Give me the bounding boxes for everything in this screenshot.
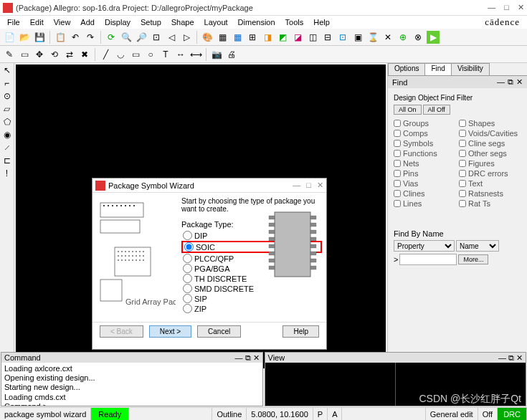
chk-text[interactable] (459, 180, 466, 187)
tool12-icon[interactable]: ⊗ (412, 31, 424, 44)
tool-icon[interactable]: ⊞ (246, 31, 259, 44)
mirror-icon[interactable]: ⇄ (63, 48, 76, 61)
cmd-close-icon[interactable]: ✕ (253, 353, 260, 363)
all-off-button[interactable]: All Off (423, 105, 450, 115)
rotate-icon[interactable]: ⟲ (48, 48, 61, 61)
move-icon[interactable]: ✥ (33, 48, 46, 61)
cmd-pin-icon[interactable]: ⧉ (245, 353, 251, 363)
zoom-next-icon[interactable]: ▷ (180, 31, 193, 44)
new-icon[interactable]: 📄 (3, 31, 16, 44)
tool4-icon[interactable]: ◪ (291, 31, 304, 44)
chk-clinesegs[interactable] (459, 140, 466, 147)
all-on-button[interactable]: All On (394, 105, 422, 115)
help-button[interactable]: Help (283, 325, 319, 338)
menu-help[interactable]: Help (309, 17, 334, 27)
dialog-max-icon[interactable]: □ (306, 181, 311, 190)
tool6-icon[interactable]: ⊟ (321, 31, 334, 44)
menu-shape[interactable]: Shape (167, 17, 199, 27)
chk-groups[interactable] (394, 120, 401, 127)
menu-edit[interactable]: Edit (26, 17, 48, 27)
chk-lines[interactable] (394, 200, 401, 207)
back-button[interactable]: < Back (100, 325, 143, 338)
save-icon[interactable]: 💾 (33, 31, 46, 44)
chk-comps[interactable] (394, 130, 401, 137)
dim-icon[interactable]: ↔ (174, 48, 187, 61)
chk-ratts[interactable] (459, 200, 466, 207)
zoom-out-icon[interactable]: 🔎 (135, 31, 148, 44)
rect-icon[interactable]: ▭ (129, 48, 142, 61)
text-icon[interactable]: T (159, 48, 172, 61)
chk-drcerrors[interactable] (459, 170, 466, 177)
tool8-icon[interactable]: ▣ (351, 31, 364, 44)
edit-icon[interactable]: ✎ (3, 48, 16, 61)
tool5-icon[interactable]: ◫ (306, 31, 319, 44)
chk-clines[interactable] (394, 190, 401, 197)
chk-figures[interactable] (459, 160, 466, 167)
chk-shapes[interactable] (459, 120, 466, 127)
zoom-fit-icon[interactable]: ⊡ (150, 31, 163, 44)
zoom-in-icon[interactable]: 🔍 (120, 31, 133, 44)
chk-nets[interactable] (394, 160, 401, 167)
layer-icon[interactable]: ▦ (216, 31, 229, 44)
radio-sip[interactable]: SIP (181, 294, 322, 303)
radio-zip[interactable]: ZIP (181, 304, 322, 313)
close-icon[interactable]: ✕ (518, 3, 524, 12)
panel-pin-icon[interactable]: ⧉ (508, 77, 513, 87)
view-pin-icon[interactable]: ⧉ (508, 353, 514, 363)
command-output[interactable]: Loading axlcore.cxt Opening existing des… (1, 363, 262, 406)
menu-dimension[interactable]: Dimension (234, 17, 280, 27)
tool10-icon[interactable]: ✕ (381, 31, 394, 44)
wire-icon[interactable]: ⌐ (1, 77, 13, 89)
pick-icon[interactable]: ↖ (1, 65, 13, 76)
undo-icon[interactable]: ↶ (69, 31, 82, 44)
cancel-button[interactable]: Cancel (197, 325, 241, 338)
minimize-icon[interactable]: — (488, 3, 495, 12)
tool13-icon[interactable]: ▶ (427, 31, 440, 44)
select-icon[interactable]: ▭ (18, 48, 31, 61)
tab-options[interactable]: Options (388, 63, 425, 75)
circle-icon[interactable]: ○ (144, 48, 157, 61)
menu-file[interactable]: File (3, 17, 24, 27)
print-icon[interactable]: 🖨 (225, 48, 238, 61)
tool11-icon[interactable]: ⊕ (397, 31, 409, 44)
tool9-icon[interactable]: ⌛ (366, 31, 379, 44)
poly-icon[interactable]: ⬠ (1, 116, 13, 128)
camera-icon[interactable]: 📷 (210, 48, 223, 61)
constraint-icon[interactable]: ⊏ (1, 155, 13, 166)
status-p[interactable]: P (313, 408, 328, 420)
status-a[interactable]: A (328, 408, 342, 420)
chk-functions[interactable] (394, 150, 401, 157)
pin-icon[interactable]: ◉ (1, 129, 13, 140)
chk-voids[interactable] (459, 130, 466, 137)
maximize-icon[interactable]: □ (504, 3, 509, 12)
color-icon[interactable]: 🎨 (201, 31, 214, 44)
panel-close-icon[interactable]: ✕ (516, 77, 523, 87)
tool3-icon[interactable]: ◩ (276, 31, 289, 44)
chk-othersegs[interactable] (459, 150, 466, 157)
radio-smddiscrete[interactable]: SMD DISCRETE (181, 284, 322, 293)
menu-view[interactable]: View (49, 17, 75, 27)
shape-icon[interactable]: ▱ (1, 103, 13, 115)
expand-icon[interactable]: > (394, 255, 398, 264)
chk-symbols[interactable] (394, 140, 401, 147)
panel-min-icon[interactable]: — (497, 77, 505, 87)
refresh-icon[interactable]: ⟳ (105, 31, 118, 44)
menu-layout[interactable]: Layout (200, 17, 232, 27)
dialog-close-icon[interactable]: ✕ (317, 181, 323, 190)
arc-icon[interactable]: ◡ (114, 48, 127, 61)
grid-icon[interactable]: ▦ (231, 31, 244, 44)
next-button[interactable]: Next > (149, 325, 191, 338)
copy-icon[interactable]: 📋 (54, 31, 67, 44)
chk-vias[interactable] (394, 180, 401, 187)
tool2-icon[interactable]: ◨ (261, 31, 274, 44)
via-icon[interactable]: ⊙ (1, 90, 13, 102)
tab-find[interactable]: Find (424, 63, 451, 75)
menu-tools[interactable]: Tools (281, 17, 308, 27)
chk-ratsnests[interactable] (459, 190, 466, 197)
menu-add[interactable]: Add (76, 17, 99, 27)
find-input[interactable] (399, 254, 457, 265)
tab-visibility[interactable]: Visibility (451, 63, 490, 75)
measure-icon[interactable]: ⟷ (189, 48, 202, 61)
drc-icon[interactable]: ! (1, 168, 13, 179)
delete-icon[interactable]: ✖ (78, 48, 91, 61)
